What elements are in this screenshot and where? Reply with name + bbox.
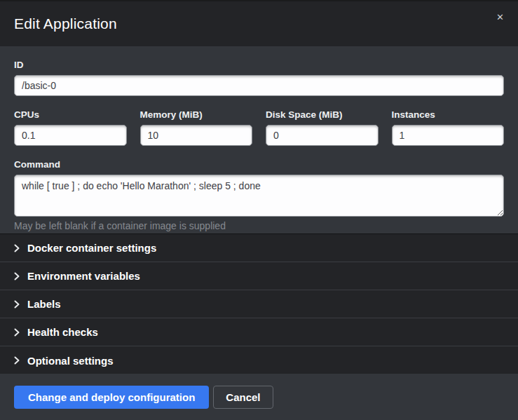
disk-label: Disk Space (MiB) [266,109,379,120]
cancel-button[interactable]: Cancel [213,386,273,409]
memory-input[interactable] [140,125,253,146]
cpus-input[interactable] [14,125,127,146]
section-label: Environment variables [27,270,140,282]
disk-field-group: Disk Space (MiB) [266,109,379,146]
id-label: ID [14,60,504,70]
id-field-group: ID [14,60,504,96]
resources-row: CPUs Memory (MiB) Disk Space (MiB) Insta… [14,109,504,146]
collapsible-sections: Docker container settings Environment va… [0,233,518,374]
section-health-checks[interactable]: Health checks [0,318,518,346]
section-labels[interactable]: Labels [0,290,518,318]
section-docker-container-settings[interactable]: Docker container settings [0,234,518,262]
command-field-group: Command while [ true ] ; do echo 'Hello … [14,159,504,231]
disk-input[interactable] [266,125,379,146]
section-label: Docker container settings [27,242,156,254]
command-textarea[interactable]: while [ true ] ; do echo 'Hello Marathon… [14,175,504,217]
application-form: ID CPUs Memory (MiB) Disk Space (MiB) In… [0,46,518,233]
close-icon[interactable]: ✕ [496,13,504,22]
instances-field-group: Instances [392,109,505,146]
chevron-right-icon [14,300,20,309]
edit-application-modal: Edit Application ✕ ID CPUs Memory (MiB) … [0,0,518,420]
change-and-deploy-button[interactable]: Change and deploy configuration [14,386,209,409]
modal-header: Edit Application ✕ [0,1,518,46]
modal-footer: Change and deploy configuration Cancel [0,374,518,420]
section-optional-settings[interactable]: Optional settings [0,346,518,374]
memory-label: Memory (MiB) [140,109,253,120]
section-environment-variables[interactable]: Environment variables [0,262,518,290]
cpus-field-group: CPUs [14,109,127,146]
chevron-right-icon [14,272,20,280]
command-label: Command [14,159,504,170]
chevron-right-icon [14,328,20,337]
memory-field-group: Memory (MiB) [140,109,253,146]
section-label: Labels [27,298,61,310]
command-help-text: May be left blank if a container image i… [14,220,504,231]
chevron-right-icon [14,244,20,252]
cpus-label: CPUs [14,109,127,120]
id-input[interactable] [14,75,504,96]
instances-label: Instances [392,109,505,120]
modal-title: Edit Application [14,15,117,32]
section-label: Optional settings [27,355,114,367]
section-label: Health checks [27,326,98,338]
chevron-right-icon [14,356,20,365]
instances-input[interactable] [392,125,505,146]
